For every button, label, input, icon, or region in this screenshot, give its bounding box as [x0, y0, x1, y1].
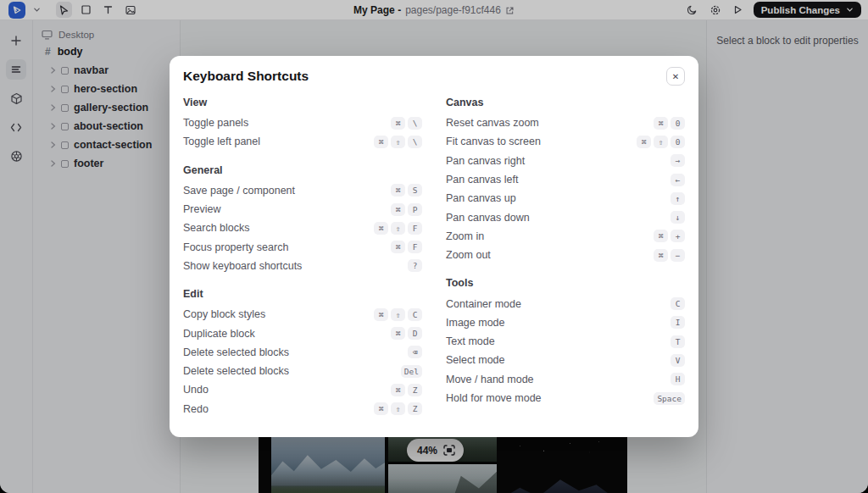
shortcut-section: Edit Copy block styles ⌘⇧C Duplicate blo… — [183, 288, 422, 418]
shortcut-label: Move / hand mode — [446, 374, 534, 385]
key-badge: + — [670, 230, 685, 242]
modal-title: Keyboard Shortcuts — [183, 69, 309, 84]
key-badge: → — [670, 154, 685, 167]
key-badge: ⌘ — [374, 402, 388, 415]
key-badge: T — [670, 335, 685, 348]
key-badge: ↑ — [670, 192, 685, 205]
key-badge: P — [408, 203, 422, 216]
shortcut-keys: ⌘+ — [654, 230, 685, 242]
key-badge: ⌘ — [374, 308, 388, 321]
shortcut-keys: Space — [654, 392, 685, 405]
shortcut-label: Container mode — [446, 298, 521, 310]
key-badge: 0 — [670, 117, 685, 130]
key-badge: Space — [654, 392, 685, 405]
shortcut-keys: ⌘\ — [391, 117, 422, 130]
shortcut-rows: Copy block styles ⌘⇧C Duplicate block ⌘D… — [183, 305, 422, 418]
shortcut-label: Preview — [183, 203, 220, 215]
shortcut-row: Container mode C — [446, 294, 685, 313]
shortcut-rows: Container mode C Image mode I Text mode … — [446, 294, 685, 407]
key-badge: ⇧ — [654, 136, 668, 148]
shortcut-keys: ? — [408, 259, 422, 272]
shortcut-keys: ⌘⇧C — [374, 308, 422, 321]
key-badge: ⌘ — [391, 184, 405, 197]
key-badge: − — [670, 249, 685, 262]
shortcut-row: Pan canvas up ↑ — [446, 189, 685, 208]
shortcut-row: Hold for move mode Space — [446, 389, 685, 407]
shortcut-row: Preview ⌘P — [183, 200, 422, 219]
shortcut-keys: ↑ — [670, 192, 685, 205]
key-badge: ↓ — [670, 211, 685, 224]
shortcut-row: Focus property search ⌘F — [183, 237, 422, 256]
shortcut-section-title: Canvas — [446, 97, 685, 108]
key-badge: ⌘ — [637, 136, 651, 148]
key-badge: Del — [401, 365, 422, 378]
shortcut-keys: ← — [670, 174, 685, 186]
shortcut-keys: ⌘− — [654, 249, 685, 262]
shortcut-label: Save page / component — [183, 185, 295, 197]
shortcut-keys: H — [670, 373, 685, 385]
key-badge: C — [670, 297, 685, 310]
shortcut-section: Canvas Reset canvas zoom ⌘0 Fit canvas t… — [446, 97, 685, 264]
shortcut-label: Delete selected blocks — [183, 365, 289, 377]
key-badge: F — [408, 222, 422, 235]
close-button[interactable]: ✕ — [666, 67, 685, 86]
shortcut-keys: ⌘⇧\ — [374, 136, 422, 148]
shortcut-keys: ⌘⇧F — [374, 222, 422, 235]
key-badge: ⌘ — [654, 230, 668, 242]
shortcut-keys: V — [670, 354, 685, 367]
shortcut-section: Tools Container mode C Image mode I Text… — [446, 277, 685, 407]
shortcut-label: Reset canvas zoom — [446, 117, 539, 129]
key-badge: ⌘ — [654, 249, 668, 262]
shortcut-keys: ⌘⇧0 — [637, 136, 685, 148]
shortcut-section-title: Edit — [183, 288, 422, 300]
key-badge: ⌘ — [654, 117, 668, 130]
shortcut-section-title: General — [183, 164, 422, 176]
close-x-icon: ✕ — [672, 72, 679, 81]
shortcut-keys: C — [670, 297, 685, 310]
shortcut-row: Show keyboard shortcuts ? — [183, 257, 422, 275]
shortcut-row: Pan canvas down ↓ — [446, 208, 685, 226]
shortcut-row: Delete selected blocks Del — [183, 362, 422, 380]
shortcut-label: Zoom in — [446, 230, 484, 242]
shortcut-label: Text mode — [446, 335, 495, 347]
shortcut-label: Copy block styles — [183, 308, 265, 320]
key-badge: I — [670, 316, 685, 329]
shortcut-label: Pan canvas right — [446, 155, 525, 167]
shortcut-keys: → — [670, 154, 685, 167]
shortcut-keys: ⌘Z — [391, 384, 422, 396]
key-badge: S — [408, 184, 422, 197]
shortcut-keys: ↓ — [670, 211, 685, 224]
modal-header: Keyboard Shortcuts ✕ — [183, 67, 685, 86]
key-badge: ← — [670, 174, 685, 186]
shortcut-section-title: View — [183, 97, 422, 108]
key-badge: ⌘ — [391, 384, 405, 396]
shortcut-row: Undo ⌘Z — [183, 380, 422, 399]
key-badge: ⇧ — [391, 136, 405, 148]
key-badge: ⇧ — [391, 308, 405, 321]
key-badge: ⌘ — [391, 203, 405, 216]
shortcut-row: Reset canvas zoom ⌘0 — [446, 114, 685, 132]
shortcut-row: Toggle left panel ⌘⇧\ — [183, 132, 422, 151]
shortcut-label: Search blocks — [183, 222, 250, 234]
shortcut-label: Zoom out — [446, 249, 491, 261]
shortcut-row: Search blocks ⌘⇧F — [183, 219, 422, 237]
key-badge: Z — [408, 402, 422, 415]
shortcut-label: Show keyboard shortcuts — [183, 260, 302, 272]
shortcut-row: Pan canvas left ← — [446, 170, 685, 189]
key-badge: ⌘ — [391, 117, 405, 130]
shortcut-row: Toggle panels ⌘\ — [183, 114, 422, 132]
shortcut-section: General Save page / component ⌘S Preview… — [183, 164, 422, 275]
shortcut-row: Delete selected blocks ⌫ — [183, 343, 422, 362]
key-badge: D — [408, 327, 422, 340]
shortcut-label: Delete selected blocks — [183, 346, 289, 358]
shortcut-row: Zoom out ⌘− — [446, 246, 685, 264]
key-badge: ⇧ — [391, 222, 405, 235]
shortcut-rows: Reset canvas zoom ⌘0 Fit canvas to scree… — [446, 114, 685, 264]
key-badge: ⌘ — [374, 222, 388, 235]
shortcut-keys: T — [670, 335, 685, 348]
key-badge: C — [408, 308, 422, 321]
keyboard-shortcuts-modal: Keyboard Shortcuts ✕ View Toggle panels … — [170, 56, 698, 437]
shortcut-label: Toggle panels — [183, 117, 248, 129]
key-badge: ⌘ — [391, 241, 405, 253]
shortcut-columns: View Toggle panels ⌘\ Toggle left panel … — [183, 91, 685, 418]
